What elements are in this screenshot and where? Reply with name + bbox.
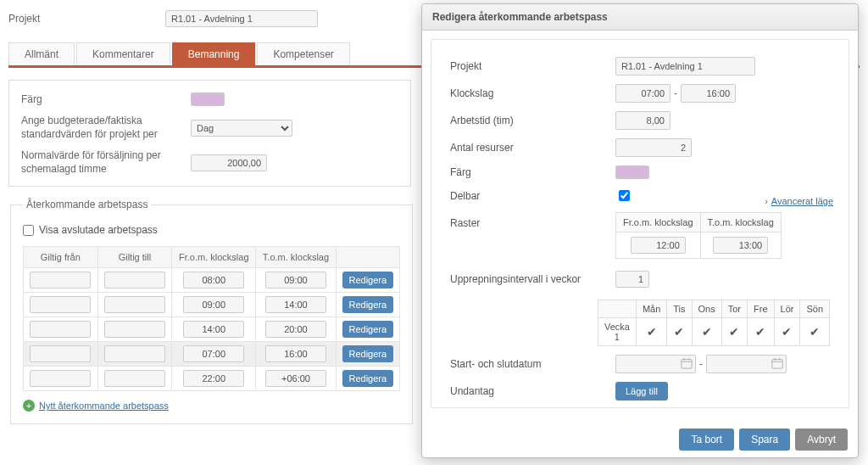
delbar-label: Delbar [450,190,615,202]
col-time-from: Fr.o.m. klockslag [172,247,256,268]
startend-label: Start- och slutdatum [450,358,615,370]
modal-project-field[interactable] [615,57,755,76]
resurser-label: Antal resurser [450,142,615,154]
time-from-field[interactable] [183,370,244,387]
project-field[interactable] [165,10,318,27]
col-time-to: T.o.m. klockslag [256,247,336,268]
edit-button[interactable]: Redigera [342,296,394,313]
valid-to-field[interactable] [104,370,165,387]
table-row: Redigera [24,317,400,342]
time-separator: - [674,87,677,99]
advanced-mode-link[interactable]: Avancerat läge [765,196,833,206]
undantag-label: Undantag [450,385,615,397]
start-date-input[interactable] [615,355,696,373]
project-label: Projekt [8,13,165,25]
time-to-field[interactable] [265,321,326,338]
raster-table: Fr.o.m. klockslag T.o.m. klockslag [615,212,782,259]
raster-from-input[interactable] [631,237,686,254]
modal-color-swatch[interactable] [615,165,649,179]
check-icon[interactable]: ✔ [729,325,739,339]
col-valid-from: Giltig från [24,247,98,268]
delete-button[interactable]: Ta bort [679,429,734,451]
settings-panel: Färg Ange budgeterade/faktiska standardv… [8,80,411,187]
add-recurring-link[interactable]: Nytt återkommande arbetspass [39,401,169,411]
modal-title: Redigera återkommande arbetspass [422,4,858,31]
valid-from-field[interactable] [30,296,91,313]
modal-project-label: Projekt [450,60,615,72]
check-icon[interactable]: ✔ [674,325,684,339]
day-mon: Mån [636,300,666,318]
interval-input[interactable] [615,271,649,288]
time-to-field[interactable] [265,345,326,362]
cancel-button[interactable]: Avbryt [795,429,848,451]
normal-value-field[interactable] [191,154,267,171]
recurring-legend: Återkommande arbetspass [23,199,151,210]
klockslag-label: Klockslag [450,87,615,99]
valid-to-field[interactable] [104,272,165,289]
table-row: Redigera [24,293,400,317]
table-row: Redigera [24,268,400,293]
edit-button[interactable]: Redigera [342,321,394,338]
table-row: Redigera [24,342,400,367]
valid-from-field[interactable] [30,370,91,387]
valid-to-field[interactable] [104,296,165,313]
valid-from-field[interactable] [30,272,91,289]
normal-label: Normalvärde för försäljning per schemala… [21,149,191,176]
day-fri: Fre [748,300,775,318]
date-separator: - [699,358,703,370]
check-icon[interactable]: ✔ [702,325,712,339]
end-date-input[interactable] [706,355,787,373]
time-from-input[interactable] [615,84,670,103]
day-sun: Sön [800,300,830,318]
edit-button[interactable]: Redigera [342,345,394,362]
resurser-input[interactable] [615,138,692,157]
color-swatch[interactable] [191,92,225,106]
shift-table: Giltig från Giltig till Fr.o.m. klocksla… [23,246,400,391]
time-from-field[interactable] [183,296,244,313]
edit-button[interactable]: Redigera [342,370,394,387]
check-icon[interactable]: ✔ [755,325,765,339]
show-closed-checkbox[interactable] [23,225,34,236]
check-icon[interactable]: ✔ [647,325,657,339]
table-row: Redigera [24,367,400,391]
week-table: Mån Tis Ons Tor Fre Lör Sön Vecka 1 ✔ ✔ … [598,300,830,346]
time-to-field[interactable] [265,370,326,387]
time-from-field[interactable] [183,345,244,362]
day-tue: Tis [667,300,692,318]
budget-select[interactable]: Dag [191,120,292,137]
tab-bemanning[interactable]: Bemanning [172,42,256,65]
day-thu: Tor [721,300,747,318]
check-icon[interactable]: ✔ [810,325,820,339]
interval-label: Upprepningsintervall i veckor [450,273,615,285]
show-closed-label: Visa avslutade arbetspass [39,224,158,236]
arbetstid-input[interactable] [615,111,670,130]
raster-to-input[interactable] [713,237,768,254]
valid-from-field[interactable] [30,345,91,362]
time-from-field[interactable] [183,321,244,338]
check-icon[interactable]: ✔ [782,325,792,339]
tab-allmant[interactable]: Allmänt [8,42,75,65]
valid-from-field[interactable] [30,321,91,338]
save-button[interactable]: Spara [739,429,790,451]
time-to-field[interactable] [265,272,326,289]
modal-color-label: Färg [450,166,615,178]
raster-col-from: Fr.o.m. klockslag [616,213,701,232]
time-to-field[interactable] [265,296,326,313]
color-label: Färg [21,93,191,105]
valid-to-field[interactable] [104,345,165,362]
add-exception-button[interactable]: Lägg till [615,382,668,401]
raster-label: Raster [450,212,615,229]
arbetstid-label: Arbetstid (tim) [450,115,615,126]
week-1-label: Vecka 1 [598,318,636,346]
budget-label: Ange budgeterade/faktiska standardvärden… [21,115,191,141]
day-wed: Ons [692,300,721,318]
tab-kommentarer[interactable]: Kommentarer [76,42,170,65]
edit-shift-modal: Redigera återkommande arbetspass Projekt… [421,3,859,458]
day-sat: Lör [774,300,800,318]
edit-button[interactable]: Redigera [342,272,394,289]
delbar-checkbox[interactable] [619,190,630,201]
time-from-field[interactable] [183,272,244,289]
time-to-input[interactable] [681,84,736,103]
tab-kompetenser[interactable]: Kompetenser [257,42,349,65]
valid-to-field[interactable] [104,321,165,338]
